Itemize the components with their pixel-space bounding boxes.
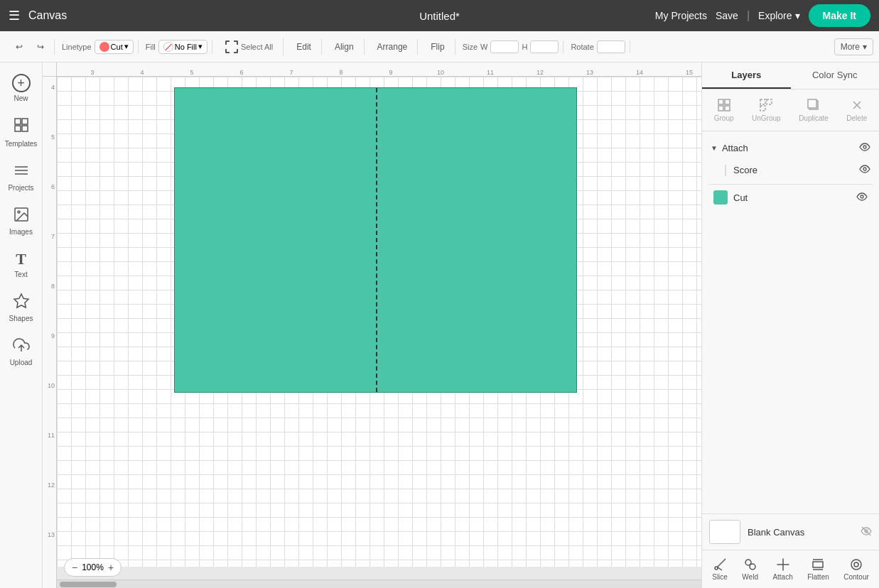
slice-tool[interactable]: Slice: [706, 555, 733, 584]
tab-color-sync[interactable]: Color Sync: [791, 62, 880, 89]
arrange-button[interactable]: Arrange: [372, 39, 414, 55]
ungroup-tool[interactable]: UnGroup: [746, 95, 787, 125]
shapes-icon: [13, 293, 30, 312]
projects-icon: [13, 162, 30, 182]
slice-icon: [713, 557, 727, 572]
svg-rect-14: [760, 106, 765, 111]
blank-canvas-row: Blank Canvas: [702, 513, 879, 550]
duplicate-tool-label: Duplicate: [799, 114, 829, 122]
hamburger-icon[interactable]: ☰: [9, 8, 20, 23]
attach-tool[interactable]: Attach: [767, 555, 798, 584]
align-group: Align: [325, 39, 365, 55]
sidebar-item-label-text: Text: [14, 271, 27, 278]
contour-tool[interactable]: Contour: [838, 555, 875, 584]
contour-tool-label: Contour: [843, 573, 869, 581]
svg-rect-0: [15, 119, 21, 124]
sidebar-item-shapes[interactable]: Shapes: [3, 287, 40, 328]
size-label: Size: [463, 43, 478, 51]
blank-canvas-eye-icon[interactable]: [861, 526, 872, 539]
select-all-button[interactable]: Select All: [220, 38, 279, 56]
group-tool[interactable]: Group: [708, 95, 740, 125]
fill-group: Fill No Fill ▾: [141, 40, 212, 54]
sidebar-item-upload[interactable]: Upload: [3, 331, 40, 372]
explore-button[interactable]: Explore ▾: [758, 10, 799, 21]
zoom-out-button[interactable]: −: [72, 562, 77, 573]
save-button[interactable]: Save: [716, 10, 738, 21]
delete-icon: [850, 98, 864, 112]
canvas-container[interactable]: 3 4 5 6 7 8 9 10 11 12 13 14 15 4 5 6 7 …: [43, 62, 701, 588]
arrange-group: Arrange: [367, 39, 419, 55]
navbar-divider: |: [747, 9, 750, 22]
contour-icon: [849, 557, 863, 572]
linetype-select[interactable]: Cut ▾: [95, 40, 134, 54]
tab-layers[interactable]: Layers: [702, 62, 791, 89]
svg-point-22: [715, 567, 718, 570]
svg-rect-3: [22, 126, 28, 131]
rotate-input[interactable]: [597, 40, 625, 53]
ungroup-tool-label: UnGroup: [752, 114, 781, 122]
more-button[interactable]: More ▾: [834, 38, 873, 55]
group-icon: [717, 98, 731, 112]
attach-eye-icon[interactable]: [859, 141, 870, 155]
flatten-tool[interactable]: Flatten: [802, 555, 835, 584]
width-input[interactable]: [490, 40, 519, 53]
height-input[interactable]: [530, 40, 559, 53]
weld-tool-label: Weld: [742, 573, 758, 581]
layer-indent-line: [725, 165, 726, 176]
blank-canvas-name: Blank Canvas: [748, 527, 853, 538]
fill-select[interactable]: No Fill ▾: [158, 40, 207, 54]
flatten-icon: [811, 557, 825, 572]
edit-button[interactable]: Edit: [291, 39, 317, 55]
undo-redo-group: ↩ ↪: [6, 39, 55, 55]
panel-toolbar: Group UnGroup Duplicate Delete: [702, 89, 879, 131]
svg-point-26: [750, 564, 755, 570]
svg-point-5: [18, 211, 20, 213]
horizontal-scrollbar[interactable]: [57, 579, 701, 588]
sidebar-item-label-shapes: Shapes: [9, 315, 33, 322]
canvas-dashed-line: [376, 88, 377, 392]
delete-tool[interactable]: Delete: [841, 95, 873, 125]
scrollbar-thumb-horizontal[interactable]: [60, 582, 117, 587]
align-button[interactable]: Align: [329, 39, 360, 55]
canvas-shape[interactable]: [174, 87, 577, 393]
svg-rect-13: [767, 99, 772, 104]
sidebar-item-templates[interactable]: Templates: [3, 111, 40, 153]
cut-eye-icon[interactable]: [856, 191, 868, 205]
my-projects-button[interactable]: My Projects: [655, 10, 707, 21]
svg-rect-10: [718, 106, 723, 111]
fill-label: Fill: [146, 43, 156, 51]
cut-layer-item[interactable]: Cut: [708, 184, 873, 210]
app-title: Canvas: [28, 9, 67, 22]
canvas-grid[interactable]: [57, 77, 701, 567]
sidebar-item-label-templates: Templates: [5, 140, 38, 148]
undo-button[interactable]: ↩: [10, 39, 28, 55]
sidebar-item-label-upload: Upload: [10, 359, 33, 366]
score-eye-icon[interactable]: [859, 163, 870, 177]
sidebar-item-label-projects: Projects: [8, 184, 33, 192]
height-label: H: [522, 43, 527, 51]
attach-tool-label: Attach: [772, 573, 792, 581]
sidebar-item-projects[interactable]: Projects: [3, 156, 40, 197]
score-layer-item[interactable]: Score: [708, 159, 873, 181]
attach-group-header[interactable]: ▼ Attach: [708, 137, 873, 159]
sidebar-item-new[interactable]: + New: [3, 68, 40, 108]
sidebar-item-label-images: Images: [9, 228, 33, 236]
templates-icon: [13, 116, 30, 138]
width-label: W: [480, 43, 487, 51]
weld-icon: [743, 557, 757, 572]
svg-rect-12: [760, 99, 765, 104]
duplicate-tool[interactable]: Duplicate: [793, 95, 834, 125]
sidebar-item-images[interactable]: Images: [3, 200, 40, 241]
zoom-in-button[interactable]: +: [108, 562, 114, 573]
upload-icon: [13, 337, 30, 356]
sidebar-item-text[interactable]: T Text: [3, 244, 40, 284]
redo-button[interactable]: ↪: [31, 39, 50, 55]
weld-tool[interactable]: Weld: [736, 555, 764, 584]
attach-group-name: Attach: [722, 143, 855, 153]
text-icon: T: [16, 250, 26, 268]
images-icon: [13, 206, 30, 226]
make-it-button[interactable]: Make It: [809, 4, 870, 27]
flip-button[interactable]: Flip: [425, 39, 450, 55]
svg-point-30: [851, 560, 861, 570]
doc-title: Untitled*: [419, 10, 460, 22]
